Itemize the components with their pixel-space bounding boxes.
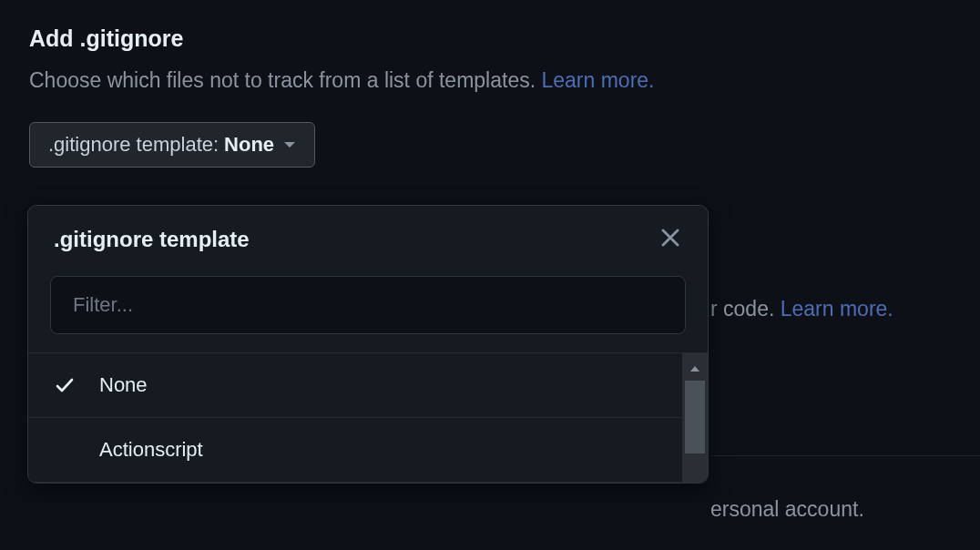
background-text-account: ersonal account.	[710, 497, 864, 522]
filter-input[interactable]	[50, 276, 686, 334]
section-divider	[710, 455, 980, 456]
section-title: Add .gitignore	[0, 0, 980, 59]
dropdown-label: .gitignore template:	[48, 133, 219, 157]
scrollbar-up-icon[interactable]	[689, 361, 700, 377]
popup-header: .gitignore template	[28, 206, 708, 269]
popup-title: .gitignore template	[54, 227, 250, 252]
options-list: None Actionscript	[28, 352, 708, 483]
section-description: Choose which files not to track from a l…	[0, 59, 980, 97]
check-icon	[54, 374, 99, 396]
filter-row	[28, 269, 708, 352]
option-none[interactable]: None	[28, 353, 708, 418]
scrollbar-thumb[interactable]	[685, 381, 705, 453]
learn-more-link[interactable]: Learn more.	[541, 68, 654, 92]
close-button[interactable]	[658, 226, 682, 252]
close-icon	[660, 228, 680, 250]
bg-text-fragment: r code.	[710, 297, 781, 321]
gitignore-template-popup: .gitignore template None Actionscript	[27, 205, 709, 484]
caret-down-icon	[283, 140, 296, 149]
gitignore-template-dropdown[interactable]: .gitignore template: None	[29, 122, 315, 168]
option-label: None	[99, 373, 682, 397]
section-description-text: Choose which files not to track from a l…	[29, 68, 541, 92]
scrollbar[interactable]	[682, 353, 708, 483]
dropdown-value: None	[224, 133, 274, 157]
option-actionscript[interactable]: Actionscript	[28, 418, 708, 483]
option-label: Actionscript	[99, 438, 682, 462]
learn-more-link-license[interactable]: Learn more.	[781, 297, 893, 321]
background-text-license: r code. Learn more.	[710, 297, 893, 321]
